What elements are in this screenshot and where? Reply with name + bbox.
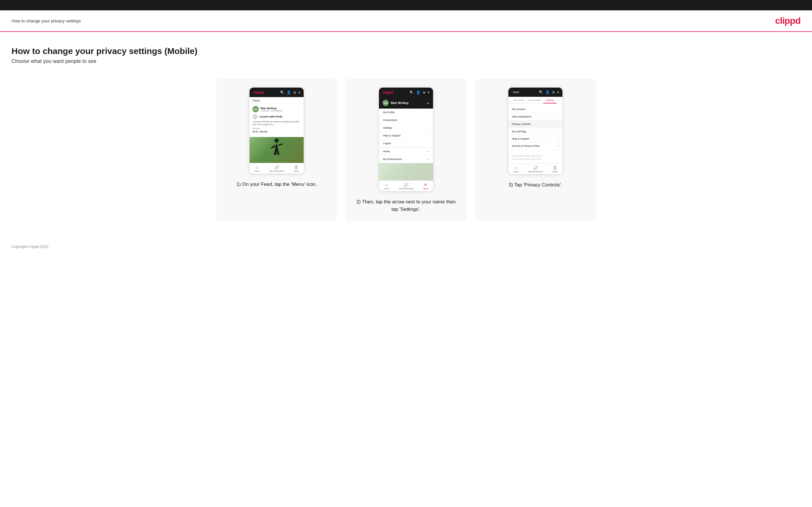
phone-mockup-1: clippd 🔍 👤 ⊕ ▾ Feed BM Blair McHar — [249, 87, 304, 174]
user-icon-2: 👤 — [416, 91, 420, 95]
lesson-icon: 📋 — [252, 114, 258, 119]
user-icon: 👤 — [287, 91, 291, 95]
settings-item-data-integrations[interactable]: Data Integrations › — [508, 113, 562, 120]
step-2-card: clippd 🔍 👤 ⊕ ▾ BM Blair McHarg ▲ — [346, 79, 466, 221]
home-label: Home — [254, 170, 260, 172]
phone-bottom-nav-2: ⌂ Home 📈 My Performance ✕ Menu — [379, 180, 433, 191]
back-button: ‹ Back — [512, 91, 519, 94]
menu-icon: ☰ — [295, 165, 298, 169]
menu-label-2: Menu — [423, 187, 428, 189]
settings-item-my-golf-bag[interactable]: My Golf Bag › — [508, 128, 562, 135]
search-icon-3: 🔍 — [539, 90, 543, 94]
settings-icon: ⊕ — [293, 91, 296, 95]
chevron-right-icon: › — [558, 107, 559, 111]
bottom-nav-menu: ☰ Menu — [294, 165, 299, 172]
feed-user-row: BM Blair McHarg Yesterday · Sunningdale — [252, 106, 301, 112]
chevron-right-icon-3: › — [558, 122, 559, 125]
home-icon-3: ⌂ — [515, 165, 517, 170]
privacy-controls-label: Privacy Controls — [512, 123, 531, 125]
feed-label: Feed — [250, 97, 304, 104]
bg-image-dim — [379, 163, 433, 180]
step-3-card: ‹ Back 🔍 👤 ⊕ ▾ My Profile Connections Se… — [475, 79, 596, 221]
chevron-right-icon-4: › — [558, 130, 559, 133]
feed-text: Looking to feel like my hands are exitin… — [252, 120, 301, 126]
phone-nav-1: clippd 🔍 👤 ⊕ ▾ — [250, 88, 304, 97]
search-icon: 🔍 — [280, 91, 285, 95]
version-line-1: Clippd Client Version: 2022.8.3-3 — [512, 154, 559, 157]
version-line-2: SQL Server Version: 2022.7.30-1 — [512, 157, 559, 161]
steps-container: clippd 🔍 👤 ⊕ ▾ Feed BM Blair McHar — [11, 79, 801, 221]
settings-item-my-account[interactable]: My Account › — [508, 105, 562, 113]
chevron-down-icon-3: ▾ — [557, 90, 559, 94]
settings-item-help[interactable]: Help & Support ↗ — [508, 135, 562, 143]
performance-icon-3: 📈 — [533, 165, 538, 170]
step-1-caption: 1) On your Feed, tap the 'Menu' icon. — [236, 181, 317, 188]
home-label-2: Home — [384, 187, 389, 189]
performance-label-3: My Performance — [528, 171, 543, 173]
performance-label-2: My Performance — [399, 187, 413, 189]
close-icon: ✕ — [424, 182, 427, 187]
menu-item-logout: Logout — [379, 139, 433, 147]
golf-image — [250, 137, 304, 163]
settings-label: Settings — [383, 126, 393, 129]
settings-back-bar: ‹ Back 🔍 👤 ⊕ ▾ — [508, 88, 562, 97]
header: How to change your privacy settings clip… — [0, 10, 812, 32]
tab-my-profile[interactable]: My Profile — [511, 97, 526, 103]
menu-item-connections: Connections — [379, 116, 433, 124]
home-icon-2: ⌂ — [385, 182, 388, 187]
chevron-up-icon: ▲ — [427, 101, 429, 105]
feed-user-name: Blair McHarg — [260, 107, 283, 110]
logout-label: Logout — [383, 142, 391, 145]
settings-list: My Account › Data Integrations › Privacy… — [508, 104, 562, 151]
tab-connections[interactable]: Connections — [526, 97, 544, 103]
menu-user-row: BM Blair McHarg ▲ — [379, 97, 433, 109]
logo: clippd — [775, 15, 801, 26]
phone-mockup-3: ‹ Back 🔍 👤 ⊕ ▾ My Profile Connections Se… — [508, 87, 563, 174]
phone-nav-icons-1: 🔍 👤 ⊕ ▾ — [280, 91, 300, 95]
feed-post: BM Blair McHarg Yesterday · Sunningdale … — [250, 104, 304, 137]
my-account-label: My Account — [512, 108, 525, 111]
performance-expand-label: My Performance — [383, 158, 402, 161]
external-icon-2: ↗ — [557, 137, 559, 140]
bottom-nav-home-3: ⌂ Home — [513, 165, 519, 173]
home-icon: ⌂ — [256, 165, 258, 169]
menu-avatar: BM — [383, 100, 389, 106]
bottom-nav-home: ⌂ Home — [254, 165, 260, 172]
tab-settings[interactable]: Settings — [544, 97, 556, 103]
connections-label: Connections — [383, 119, 397, 121]
home-label-3: Home — [513, 171, 519, 173]
bottom-nav-home-2: ⌂ Home — [384, 182, 389, 189]
menu-item-settings: Settings — [379, 124, 433, 132]
bottom-nav-performance: 📈 My Performance — [269, 165, 284, 172]
search-icon-2: 🔍 — [409, 91, 414, 95]
settings-icon-2: ⊕ — [423, 91, 425, 95]
phone-nav-icons-3: 🔍 👤 ⊕ ▾ — [539, 90, 559, 94]
phone-bottom-nav-1: ⌂ Home 📈 My Performance ☰ Menu — [250, 163, 304, 173]
my-golf-bag-label: My Golf Bag — [512, 130, 526, 133]
golfer-svg — [268, 137, 285, 162]
chevron-right-icon-2: › — [558, 115, 559, 118]
svg-point-0 — [274, 138, 278, 143]
settings-item-privacy-controls[interactable]: Privacy Controls › — [508, 120, 562, 128]
feed-lesson-row: 📋 Lesson with Fordy — [252, 114, 301, 119]
duration-label: Duration — [252, 127, 301, 129]
help-label-3: Help & Support — [512, 137, 529, 140]
bottom-nav-menu-2: ✕ Menu — [423, 182, 428, 189]
service-privacy-label: Service & Privacy Policy — [512, 145, 540, 147]
performance-icon: 📈 — [274, 165, 279, 169]
settings-item-service-privacy[interactable]: Service & Privacy Policy ↗ — [508, 143, 562, 150]
step-3-caption: 3) Tap 'Privacy Controls'. — [509, 181, 562, 189]
feed-user-sub: Yesterday · Sunningdale — [260, 110, 283, 112]
step-2-caption: 2) Then, tap the arrow next to your name… — [353, 198, 459, 213]
page-title: How to change your privacy settings (Mob… — [11, 46, 801, 56]
chevron-performance-icon: ▾ — [428, 158, 429, 161]
bottom-nav-menu-3: ☰ Menu — [553, 165, 558, 173]
chevron-down-icon: ▾ — [299, 91, 300, 95]
external-icon: ↗ — [427, 134, 429, 137]
settings-tabs: My Profile Connections Settings — [508, 97, 562, 104]
menu-user-left: BM Blair McHarg — [383, 100, 409, 106]
my-profile-label: My Profile — [383, 111, 395, 114]
avatar: BM — [252, 106, 259, 112]
main-content: How to change your privacy settings (Mob… — [0, 32, 812, 239]
phone-logo-2: clippd — [383, 90, 393, 95]
